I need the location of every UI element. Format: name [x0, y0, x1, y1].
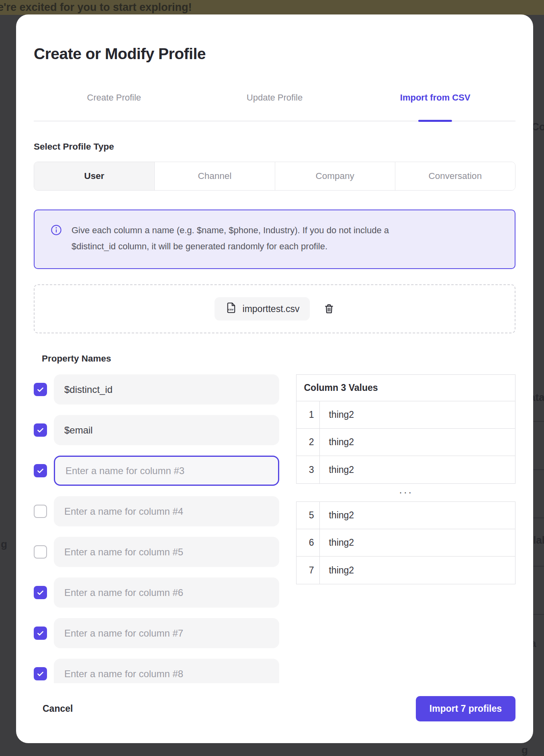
column-2-checkbox[interactable] — [34, 423, 47, 437]
column-values-preview: Column 3 Values 1 thing2 2 thing2 3 thin… — [296, 374, 515, 584]
background-banner: e're excited for you to start exploring! — [0, 0, 544, 15]
column-4-checkbox[interactable] — [34, 505, 47, 518]
info-icon — [51, 224, 62, 255]
info-text-line1: Give each column a name (e.g. $name, $ph… — [72, 222, 389, 238]
property-row-7 — [34, 618, 279, 648]
background-banner-text: e're excited for you to start exploring! — [0, 1, 192, 13]
column-1-checkbox[interactable] — [34, 383, 47, 396]
column-8-name-input[interactable] — [54, 659, 279, 683]
active-tab-indicator — [418, 120, 452, 122]
column-1-name-input[interactable] — [54, 374, 279, 405]
profile-type-segmented-control: User Channel Company Conversation — [34, 162, 515, 191]
table-row: 5 thing2 — [297, 502, 515, 529]
checkmark-icon — [36, 426, 45, 434]
checkmark-icon — [36, 670, 45, 678]
background-row-divider — [533, 566, 544, 567]
column-values-table-bottom: 5 thing2 6 thing2 7 thing2 — [296, 501, 515, 584]
dialog-tabs: Create Profile Update Profile Import fro… — [34, 92, 515, 121]
checkmark-icon — [36, 385, 45, 394]
cancel-button[interactable]: Cancel — [43, 703, 73, 714]
profile-type-user[interactable]: User — [34, 162, 154, 190]
tab-update-profile[interactable]: Update Profile — [194, 92, 355, 103]
checkmark-icon — [36, 588, 45, 597]
checkmark-icon — [36, 466, 45, 475]
background-row-divider — [533, 518, 544, 518]
row-index: 3 — [297, 456, 320, 483]
uploaded-file-chip: csv importtest.csv — [215, 297, 310, 320]
info-text-line2: $distinct_id column, it will be generate… — [72, 238, 389, 255]
row-value: thing2 — [320, 456, 354, 483]
property-row-8 — [34, 659, 279, 683]
tab-import-from-csv[interactable]: Import from CSV — [355, 92, 515, 103]
svg-text:csv: csv — [228, 308, 233, 311]
property-row-3 — [34, 456, 279, 486]
property-row-1 — [34, 374, 279, 405]
row-index: 6 — [297, 529, 320, 556]
dialog-footer: Cancel Import 7 profiles — [34, 696, 515, 721]
column-naming-info-box: Give each column a name (e.g. $name, $ph… — [34, 210, 515, 269]
row-index: 1 — [297, 401, 320, 428]
rows-ellipsis: ··· — [296, 486, 515, 498]
background-row-divider — [533, 469, 544, 470]
uploaded-file-name: importtest.csv — [243, 304, 300, 314]
column-3-checkbox[interactable] — [34, 464, 47, 477]
property-row-4 — [34, 496, 279, 526]
create-or-modify-profile-dialog: Create or Modify Profile Create Profile … — [16, 14, 533, 743]
background-row-divider — [533, 421, 544, 422]
profile-type-channel[interactable]: Channel — [154, 162, 274, 190]
row-index: 2 — [297, 429, 320, 456]
properties-and-values: Column 3 Values 1 thing2 2 thing2 3 thin… — [34, 374, 515, 683]
column-7-name-input[interactable] — [54, 618, 279, 648]
profile-type-company[interactable]: Company — [275, 162, 395, 190]
background-text-fragment: g — [522, 744, 528, 756]
column-8-checkbox[interactable] — [34, 667, 47, 680]
column-5-name-input[interactable] — [54, 537, 279, 567]
table-row: 7 thing2 — [297, 557, 515, 584]
row-index: 7 — [297, 557, 320, 584]
row-index: 5 — [297, 502, 320, 529]
profile-type-conversation[interactable]: Conversation — [395, 162, 515, 190]
property-row-6 — [34, 577, 279, 608]
background-row-divider — [533, 614, 544, 615]
property-rows-list — [34, 374, 279, 683]
row-value: thing2 — [320, 429, 354, 456]
column-5-checkbox[interactable] — [34, 545, 47, 559]
table-row: 3 thing2 — [297, 456, 515, 483]
column-4-name-input[interactable] — [54, 496, 279, 526]
column-3-name-input[interactable] — [54, 456, 279, 486]
row-value: thing2 — [320, 502, 354, 529]
background-text-fragment: Col — [532, 121, 544, 133]
select-profile-type-label: Select Profile Type — [34, 142, 515, 152]
row-value: thing2 — [320, 529, 354, 556]
column-6-name-input[interactable] — [54, 577, 279, 608]
table-row: 6 thing2 — [297, 529, 515, 557]
checkmark-icon — [36, 629, 45, 637]
column-values-header: Column 3 Values — [297, 375, 515, 401]
property-names-label: Property Names — [42, 353, 515, 364]
remove-file-button[interactable] — [323, 303, 335, 314]
dialog-title: Create or Modify Profile — [34, 45, 515, 63]
info-text: Give each column a name (e.g. $name, $ph… — [72, 222, 389, 255]
property-row-2 — [34, 415, 279, 445]
column-6-checkbox[interactable] — [34, 586, 47, 599]
table-row: 1 thing2 — [297, 401, 515, 429]
tab-create-profile[interactable]: Create Profile — [34, 92, 194, 103]
csv-file-icon: csv — [225, 302, 237, 316]
row-value: thing2 — [320, 557, 354, 584]
row-value: thing2 — [320, 401, 354, 428]
property-row-5 — [34, 537, 279, 567]
background-text-fragment: lab — [533, 534, 544, 546]
column-7-checkbox[interactable] — [34, 627, 47, 640]
csv-drop-zone[interactable]: csv importtest.csv — [34, 284, 515, 333]
column-2-name-input[interactable] — [54, 415, 279, 445]
import-profiles-button[interactable]: Import 7 profiles — [416, 696, 515, 721]
background-text-fragment: g — [1, 538, 7, 551]
table-row: 2 thing2 — [297, 429, 515, 456]
column-values-table-top: Column 3 Values 1 thing2 2 thing2 3 thin… — [296, 374, 515, 484]
trash-icon — [323, 303, 335, 314]
